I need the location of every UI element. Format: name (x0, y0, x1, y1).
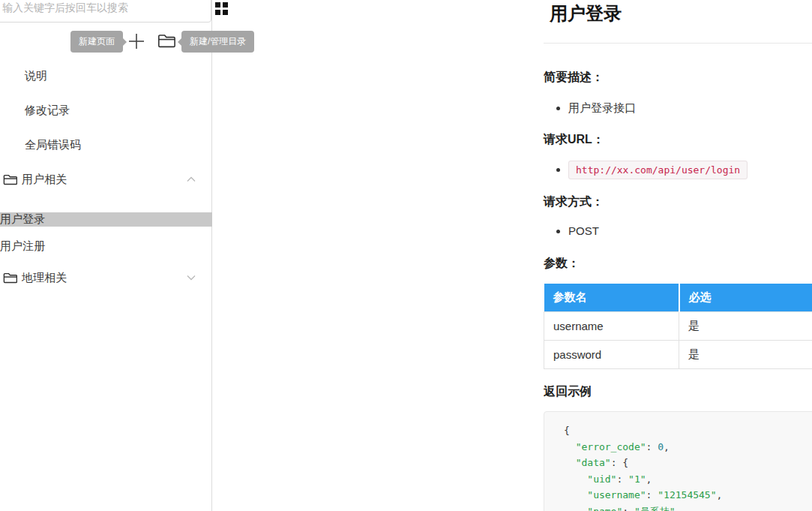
request-method-list: POST (544, 224, 599, 237)
params-table-cell: password (544, 340, 679, 368)
sidebar-item-global-error-codes[interactable]: 全局错误码 (0, 128, 212, 162)
manage-catalog-folder-icon[interactable] (157, 34, 175, 51)
params-table-cell: 是 (679, 311, 812, 340)
request-url-item: http://xx.com/api/user/login (568, 160, 748, 180)
sidebar: 新建页面 新建/管理目录 说明修改记录全局错误码用户相关用户登录用户注册地理相关 (0, 0, 212, 511)
request-url-heading: 请求URL： (544, 132, 604, 148)
sidebar-item-user-related[interactable]: 用户相关 (0, 162, 212, 197)
sidebar-item-notes[interactable]: 说明 (0, 59, 212, 93)
code-line: "error_code": 0, (564, 439, 812, 455)
sidebar-item-label: 地理相关 (22, 260, 67, 295)
request-url-code: http://xx.com/api/user/login (568, 161, 748, 179)
grid-menu-icon[interactable] (215, 2, 228, 18)
new-page-plus-icon[interactable] (128, 33, 145, 53)
tooltip-new-page: 新建页面 (70, 31, 123, 53)
brief-item: 用户登录接口 (568, 101, 636, 116)
sidebar-item-label: 用户相关 (22, 162, 67, 197)
brief-description-heading: 简要描述： (544, 70, 604, 86)
code-line: "data": { (564, 455, 812, 471)
params-table-cell: username (544, 311, 679, 340)
chevron-down-icon[interactable] (187, 275, 196, 281)
folder-icon (3, 174, 17, 185)
request-url-list: http://xx.com/api/user/login (544, 160, 748, 180)
brief-list: 用户登录接口 (544, 101, 636, 116)
page-title: 用户登录 (550, 2, 622, 26)
title-divider (544, 43, 812, 44)
code-line: "uid": "1", (564, 471, 812, 488)
sidebar-menu: 说明修改记录全局错误码用户相关用户登录用户注册地理相关 (0, 59, 212, 295)
params-heading: 参数： (544, 256, 580, 272)
code-line: "name": "吴系挂", (564, 503, 812, 511)
sidebar-toolbar: 新建页面 新建/管理目录 (0, 29, 212, 54)
request-method-heading: 请求方式： (544, 194, 604, 210)
chevron-up-icon[interactable] (187, 176, 196, 182)
sidebar-item-changelog[interactable]: 修改记录 (0, 93, 212, 128)
params-table-header: 必选 (679, 284, 812, 311)
params-table: 参数名必选 username是password是 (544, 284, 812, 369)
params-table-header: 参数名 (544, 284, 679, 311)
search-input[interactable] (0, 0, 211, 23)
folder-icon (3, 272, 17, 284)
return-example-heading: 返回示例 (544, 384, 592, 400)
sidebar-item-user-login[interactable]: 用户登录 (0, 212, 212, 227)
sidebar-item-geo-related[interactable]: 地理相关 (0, 260, 212, 295)
sidebar-item-user-register[interactable]: 用户注册 (0, 239, 212, 254)
params-table-row: username是 (544, 311, 812, 340)
params-table-cell: 是 (679, 340, 812, 368)
params-table-row: password是 (544, 340, 812, 368)
request-method-item: POST (568, 224, 599, 237)
tooltip-new-manage-catalog: 新建/管理目录 (181, 31, 254, 53)
return-example-codeblock: { "error_code": 0, "data": { "uid": "1",… (544, 411, 812, 511)
code-line: "username": "12154545", (564, 487, 812, 503)
code-line: { (564, 422, 812, 439)
